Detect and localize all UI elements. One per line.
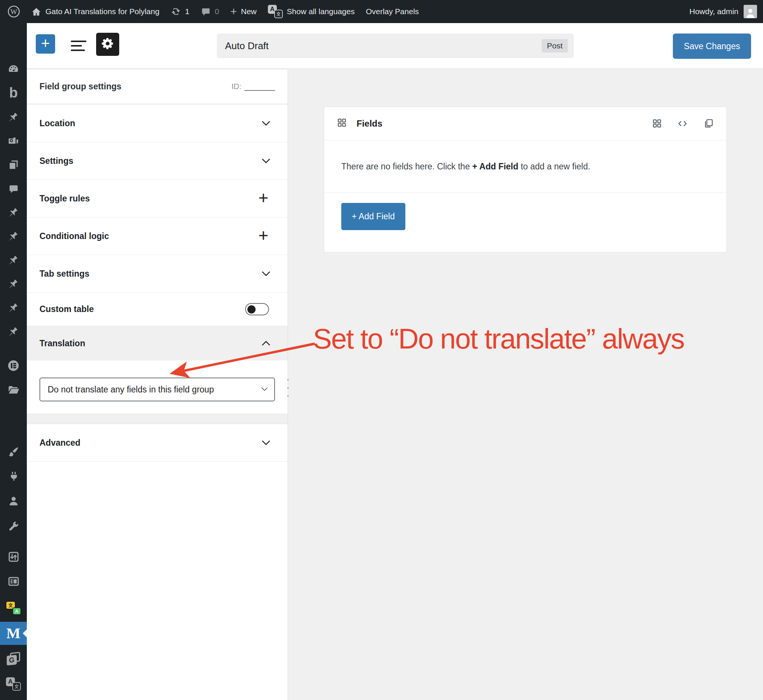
folder-icon	[8, 384, 19, 396]
comment-bubble-icon	[201, 7, 211, 17]
rail-item-pinned-7[interactable]	[0, 320, 27, 343]
panel-gap	[27, 414, 288, 424]
fields-card-title: Fields	[357, 119, 382, 129]
translation-mode-select[interactable]: Do not translate any fields in this fiel…	[39, 378, 275, 402]
panel-resize-handle[interactable]	[286, 379, 290, 397]
section-toggle-rules[interactable]: Toggle rules	[27, 180, 288, 217]
section-settings[interactable]: Settings	[27, 142, 288, 180]
new-label: New	[241, 7, 257, 16]
custom-table-toggle[interactable]	[245, 303, 269, 316]
update-count: 1	[185, 7, 190, 16]
site-name: Gato AI Translations for Polylang	[45, 7, 160, 16]
settings-gear-button[interactable]	[96, 33, 119, 56]
list-view-button[interactable]	[71, 38, 88, 54]
plus-icon[interactable]	[258, 230, 269, 243]
pushpin-icon	[8, 207, 19, 218]
rail-item-media[interactable]	[0, 130, 27, 153]
post-title-value: Auto Draft	[225, 40, 269, 52]
save-changes-button[interactable]: Save Changes	[673, 33, 751, 59]
section-translation[interactable]: Translation	[27, 326, 288, 361]
rail-item-gatographql[interactable]	[0, 647, 27, 670]
rail-item-polylang[interactable]	[0, 597, 27, 620]
plus-icon[interactable]	[258, 192, 269, 205]
editor-toolbar: Auto Draft Post Save Changes	[27, 23, 763, 69]
home-icon	[31, 7, 41, 17]
annotation-text: Set to “Do not translate” always	[313, 324, 684, 354]
gatographql-layers-icon	[7, 652, 20, 665]
rail-item-pinned-2[interactable]	[0, 201, 27, 224]
copy-duplicate-button[interactable]	[703, 118, 714, 129]
person-icon	[8, 495, 19, 507]
rail-item-elementor[interactable]	[0, 354, 27, 377]
languages-icon	[268, 5, 283, 18]
rail-item-translations[interactable]	[0, 672, 27, 695]
chevron-down-icon[interactable]	[262, 268, 271, 276]
rail-item-appearance[interactable]	[0, 440, 27, 463]
updates-menu[interactable]: 1	[165, 0, 195, 23]
code-view-button[interactable]	[677, 118, 688, 129]
id-label: ID:	[231, 82, 241, 91]
fields-card-header: Fields	[324, 107, 727, 141]
chevron-down-icon	[262, 384, 268, 391]
panel-header: Field group settings ID:	[27, 69, 288, 105]
rail-item-comments[interactable]	[0, 177, 27, 200]
rail-item-import-export[interactable]	[0, 545, 27, 568]
rail-item-dashboard[interactable]	[0, 57, 27, 80]
paintbrush-icon	[8, 446, 19, 458]
show-all-languages-menu[interactable]: Show all languages	[262, 0, 360, 23]
wordpress-logo-menu[interactable]: W	[0, 0, 26, 23]
rail-item-pinned-4[interactable]	[0, 249, 27, 272]
chevron-down-icon[interactable]	[262, 437, 271, 445]
overlay-panels-label: Overlay Panels	[366, 7, 419, 16]
admin-bar: W Gato AI Translations for Polylang 1 0 …	[0, 0, 763, 23]
media-camera-icon	[8, 135, 19, 147]
site-home-link[interactable]: Gato AI Translations for Polylang	[26, 0, 165, 23]
plus-icon	[230, 6, 237, 17]
rail-item-plugins[interactable]	[0, 465, 27, 488]
comments-menu[interactable]: 0	[195, 0, 225, 23]
update-icon	[171, 6, 181, 17]
rail-item-tools[interactable]	[0, 514, 27, 538]
rail-item-video[interactable]	[0, 697, 27, 700]
rail-item-folders[interactable]	[0, 378, 27, 402]
rail-item-pinned-6[interactable]	[0, 296, 27, 319]
rail-item-pinned-1[interactable]	[0, 106, 27, 129]
table-layout-icon	[8, 575, 20, 588]
chevron-up-icon[interactable]	[262, 341, 271, 349]
editor-main-area: Fields There are no fields here. Click t…	[288, 69, 763, 700]
rail-item-users[interactable]	[0, 489, 27, 512]
rail-item-metabox-active[interactable]	[0, 622, 27, 645]
rail-item-layout-table[interactable]	[0, 570, 27, 593]
new-content-menu[interactable]: New	[225, 0, 262, 23]
rail-item-pages[interactable]	[0, 153, 27, 177]
section-tab-settings[interactable]: Tab settings	[27, 255, 288, 293]
gear-icon	[101, 37, 114, 52]
panel-title: Field group settings	[39, 81, 121, 92]
admin-menu-rail	[0, 23, 27, 700]
chevron-down-icon[interactable]	[262, 155, 271, 164]
fields-empty-message: There are no fields here. Click the + Ad…	[324, 141, 727, 192]
account-greeting[interactable]: Howdy, admin	[689, 7, 739, 16]
elementor-icon	[7, 359, 20, 372]
section-custom-table[interactable]: Custom table	[27, 293, 288, 326]
avatar[interactable]	[744, 5, 757, 18]
section-location[interactable]: Location	[27, 105, 288, 142]
pushpin-icon	[8, 302, 19, 314]
rail-item-pinned-3[interactable]	[0, 225, 27, 248]
comment-count: 0	[215, 7, 219, 16]
section-conditional-logic[interactable]: Conditional logic	[27, 217, 288, 255]
pushpin-icon	[8, 326, 19, 338]
post-title-input[interactable]: Auto Draft Post	[217, 33, 574, 58]
import-export-icon	[8, 551, 20, 563]
rail-item-pinned-5[interactable]	[0, 273, 27, 295]
section-advanced[interactable]: Advanced	[27, 424, 288, 462]
add-field-button[interactable]: + Add Field	[341, 203, 405, 230]
chevron-down-icon[interactable]	[262, 117, 271, 126]
metabox-m-icon	[6, 626, 20, 641]
grid-view-button[interactable]	[652, 119, 662, 128]
rail-item-b-plugin[interactable]	[0, 81, 27, 104]
overlay-panels-menu[interactable]: Overlay Panels	[360, 0, 425, 23]
translation-section-content: Do not translate any fields in this fiel…	[27, 361, 288, 414]
add-block-button[interactable]	[36, 34, 55, 54]
svg-text:W: W	[11, 8, 17, 16]
